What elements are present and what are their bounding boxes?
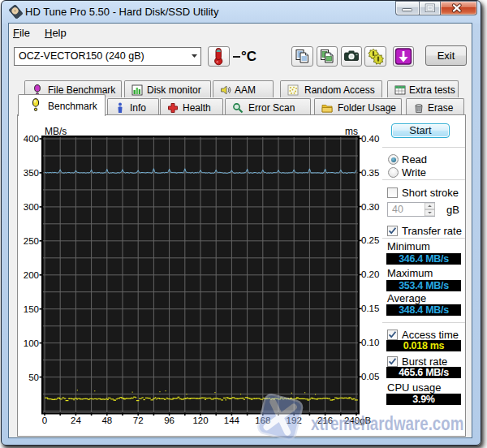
- svg-text:50: 50: [28, 373, 39, 382]
- svg-text:400: 400: [24, 134, 39, 144]
- svg-text:0.30: 0.30: [361, 202, 379, 212]
- svg-text:100: 100: [24, 338, 39, 348]
- svg-text:MB/s: MB/s: [45, 126, 67, 137]
- svg-text:250: 250: [24, 236, 39, 246]
- svg-text:0.25: 0.25: [361, 235, 379, 245]
- svg-text:ms: ms: [345, 126, 358, 137]
- svg-text:0.10: 0.10: [361, 338, 379, 347]
- svg-text:0.05: 0.05: [361, 372, 379, 381]
- svg-text:96: 96: [164, 416, 175, 425]
- svg-text:24: 24: [71, 416, 81, 425]
- svg-text:0: 0: [42, 416, 47, 425]
- svg-text:0.15: 0.15: [361, 304, 379, 313]
- svg-text:120: 120: [192, 416, 208, 425]
- svg-text:150: 150: [24, 304, 39, 314]
- svg-text:0.35: 0.35: [361, 168, 379, 178]
- svg-text:0.20: 0.20: [361, 269, 379, 279]
- svg-text:350: 350: [24, 168, 39, 178]
- svg-text:300: 300: [24, 202, 39, 212]
- svg-text:200: 200: [24, 270, 39, 280]
- svg-text:144: 144: [224, 416, 240, 425]
- svg-text:0.40: 0.40: [361, 134, 379, 144]
- svg-text:72: 72: [133, 416, 144, 425]
- svg-text:48: 48: [101, 416, 112, 425]
